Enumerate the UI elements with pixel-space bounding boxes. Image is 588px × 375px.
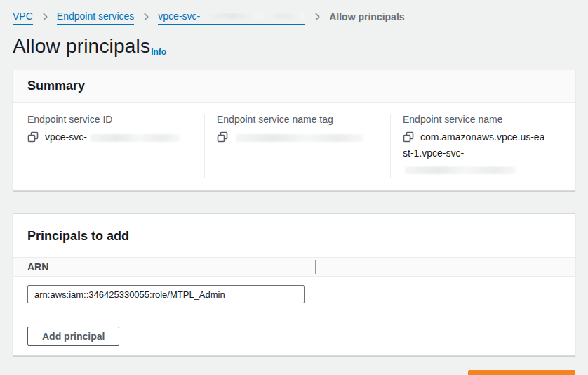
allow-principals-button[interactable]: Allow principals xyxy=(468,370,575,375)
footer-actions: Cancel Allow principals xyxy=(13,370,575,375)
arn-input-row xyxy=(13,277,575,317)
redacted-text xyxy=(90,134,180,142)
copy-icon[interactable] xyxy=(403,131,414,143)
page-title: Allow principals xyxy=(13,35,150,57)
redacted-text xyxy=(201,13,305,19)
allow-principals-page: VPC Endpoint services vpce-svc- Allow pr… xyxy=(0,0,588,375)
breadcrumb-current: Allow principals xyxy=(329,10,404,24)
redacted-text xyxy=(236,134,363,142)
summary-card: Summary Endpoint service ID vpce-svc- En… xyxy=(13,70,575,191)
principals-title: Principals to add xyxy=(27,229,561,244)
info-link[interactable]: Info xyxy=(151,47,166,57)
arn-column-header: ARN xyxy=(27,261,48,272)
summary-card-header: Summary xyxy=(13,70,575,103)
add-principal-row: Add principal xyxy=(13,317,575,355)
summary-field-endpoint-service-id: Endpoint service ID vpce-svc- xyxy=(27,114,204,178)
principals-card-header: Principals to add xyxy=(13,214,575,257)
summary-title: Summary xyxy=(27,79,561,93)
summary-field-endpoint-service-name-tag: Endpoint service name tag xyxy=(204,114,390,178)
copy-icon[interactable] xyxy=(27,131,39,143)
field-label: Endpoint service ID xyxy=(27,114,193,125)
breadcrumb: VPC Endpoint services vpce-svc- Allow pr… xyxy=(13,0,575,25)
field-value: vpce-svc- xyxy=(27,129,193,145)
breadcrumb-link-endpoint-service-id[interactable]: vpce-svc- xyxy=(158,9,305,25)
breadcrumb-link-endpoint-services[interactable]: Endpoint services xyxy=(57,9,135,25)
field-value xyxy=(217,129,379,145)
breadcrumb-service-id-prefix: vpce-svc- xyxy=(158,9,200,23)
redacted-text xyxy=(405,166,516,174)
chevron-right-icon xyxy=(141,12,151,22)
copy-icon[interactable] xyxy=(217,131,228,143)
cancel-button[interactable]: Cancel xyxy=(415,371,462,375)
field-label: Endpoint service name tag xyxy=(217,114,379,125)
chevron-right-icon xyxy=(312,12,322,22)
endpoint-service-name-value: com.amazonaws.vpce.us-east-1.vpce-svc- xyxy=(403,131,544,159)
arn-input[interactable] xyxy=(27,285,305,303)
page-header: Allow principalsInfo xyxy=(13,35,575,63)
add-principal-button[interactable]: Add principal xyxy=(27,327,119,346)
summary-field-endpoint-service-name: Endpoint service name com.amazonaws.vpce… xyxy=(390,114,561,178)
chevron-right-icon xyxy=(40,12,50,22)
field-label: Endpoint service name xyxy=(403,114,549,125)
endpoint-service-id-value: vpce-svc- xyxy=(45,131,87,143)
breadcrumb-link-vpc[interactable]: VPC xyxy=(13,9,33,25)
field-value: com.amazonaws.vpce.us-east-1.vpce-svc- xyxy=(403,129,549,178)
column-resize-handle[interactable] xyxy=(315,260,316,274)
principals-to-add-card: Principals to add ARN Add principal xyxy=(13,213,575,356)
arn-table-header: ARN xyxy=(13,257,575,277)
summary-body: Endpoint service ID vpce-svc- Endpoint s… xyxy=(13,103,575,190)
